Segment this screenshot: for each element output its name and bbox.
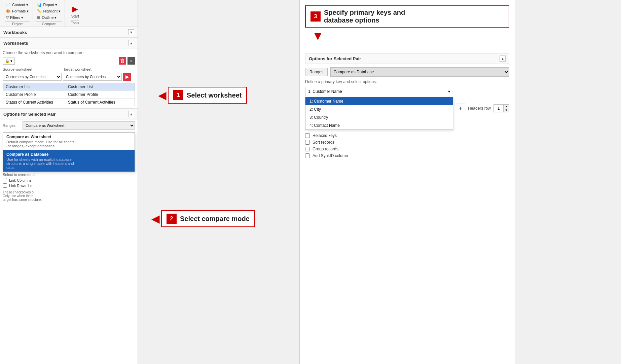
right-checkboxes: Relaxed keys Sort records Group records … — [305, 133, 509, 160]
group-records-row: Group records — [305, 147, 509, 151]
group-records-checkbox[interactable] — [305, 147, 310, 151]
sort-records-label: Sort records — [313, 140, 334, 145]
workbooks-section-header: Workbooks ▾ — [0, 27, 138, 38]
step1-box: 1 Select worksheet — [168, 87, 247, 104]
lock-icon: 🔒 — [5, 59, 10, 63]
worksheets-toolbar: 🔒 ▾ 🗑 » — [3, 57, 135, 65]
primary-key-dropdown[interactable]: 1: Customer Name ▾ — [305, 87, 453, 96]
headers-row-input[interactable] — [494, 106, 503, 111]
link-columns-checkbox[interactable] — [3, 178, 7, 182]
worksheets-section: Choose the worksheets you want to compar… — [0, 48, 138, 109]
step3-box: 3 Specify primary keys anddatabase optio… — [305, 5, 509, 28]
primary-key-chevron: ▾ — [448, 89, 450, 94]
add-synkid-row: Add SynkID column — [305, 153, 509, 158]
target-label: Target worksheet — [63, 67, 124, 71]
options-left-section: Ranges Compare as Worksheet Compare as W… — [0, 119, 138, 364]
options-note: These checkboxes oOnly use when the b...… — [3, 190, 135, 202]
target-worksheet-dropdown[interactable]: Customers by Countries — [63, 73, 122, 81]
spinner-up[interactable]: ▲ — [504, 105, 509, 108]
options-left-title: Options for Selected Pair — [3, 112, 56, 117]
center-area: ◀ 1 Select worksheet ◀ 2 Select compare … — [138, 0, 299, 364]
formats-icon: 🎨 — [6, 9, 11, 13]
link-columns-row: Link Columns — [3, 178, 135, 182]
workbooks-toggle[interactable]: ▾ — [128, 29, 134, 35]
delete-button[interactable]: 🗑 — [119, 57, 126, 65]
filters-button[interactable]: ▽ Filters ▾ — [5, 15, 30, 21]
step1-text: Select worksheet — [187, 92, 242, 99]
primary-key-container: 1: Customer Name ▾ 1: Customer Name 2: C… — [305, 87, 453, 130]
add-synkid-label: Add SynkID column — [313, 153, 348, 158]
toolbar: 📄 Content ▾ 🎨 Formats ▾ ▽ Filters ▾ Proj… — [0, 0, 138, 27]
add-key-button[interactable]: + — [456, 104, 465, 113]
relaxed-keys-checkbox[interactable] — [305, 133, 310, 138]
table-row[interactable]: Customer Profile Customer Profile — [3, 91, 135, 99]
source-cell: Status of Current Activities — [3, 99, 65, 106]
report-button[interactable]: 📊 Report ▾ — [36, 2, 62, 8]
headers-spinner: ▲ ▼ — [494, 104, 509, 112]
list-item[interactable]: 4: Contact Name — [305, 121, 453, 130]
list-item[interactable]: 3: Country — [305, 113, 453, 121]
options-mode-row: Ranges Compare as Worksheet — [3, 121, 135, 130]
column-labels: Source worksheet Target worksheet — [3, 67, 135, 71]
step2-box: 2 Select compare mode — [161, 210, 255, 227]
spinner-down[interactable]: ▼ — [504, 108, 509, 112]
toolbar-group-compare: 📊 Report ▾ ✏️ Highlight ▾ ☰ Outline ▾ Co… — [33, 1, 65, 27]
worksheets-title: Worksheets — [3, 41, 28, 46]
sort-records-checkbox[interactable] — [305, 140, 310, 145]
outline-button[interactable]: ☰ Outline ▾ — [36, 15, 62, 21]
options-left-header: Options for Selected Pair ▴ — [0, 109, 138, 119]
options-right-header: Options for Selected Pair ▴ — [305, 53, 509, 64]
workbooks-title: Workbooks — [3, 30, 27, 35]
options-left-toggle[interactable]: ▴ — [128, 111, 134, 117]
ranges-label-left: Ranges — [3, 123, 21, 128]
compare-database-option[interactable]: Compare as Database Use for sheets with … — [3, 150, 135, 172]
target-cell: Status of Current Activities — [65, 99, 127, 106]
primary-key-value: 1: Customer Name — [308, 89, 342, 94]
highlight-button[interactable]: ✏️ Highlight ▾ — [36, 8, 62, 14]
next-button[interactable]: » — [127, 57, 135, 65]
highlight-icon: ✏️ — [37, 9, 42, 13]
lock-button[interactable]: 🔒 ▾ — [3, 58, 15, 65]
target-cell: Customer Profile — [65, 91, 127, 98]
source-label: Source worksheet — [3, 67, 63, 71]
spinner-arrows: ▲ ▼ — [503, 105, 509, 112]
step2-arrow: ◀ — [151, 212, 160, 225]
start-icon: ▶ — [72, 5, 78, 13]
table-row[interactable]: Status of Current Activities Status of C… — [3, 99, 135, 106]
ranges-label-right: Ranges — [305, 68, 328, 76]
primary-key-list: 1: Customer Name 2: City 3: Country 4: C… — [305, 97, 453, 130]
source-worksheet-dropdown[interactable]: Customers by Countries — [3, 73, 62, 81]
source-cell: Customer Profile — [3, 91, 65, 98]
worksheets-instruction: Choose the worksheets you want to compar… — [3, 50, 135, 55]
step2-text: Select compare mode — [180, 215, 250, 223]
list-item[interactable]: 2: City — [305, 105, 453, 113]
add-synkid-checkbox[interactable] — [305, 153, 310, 158]
content-icon: 📄 — [6, 3, 11, 7]
link-rows-row: Link Rows 1 o — [3, 183, 135, 188]
content-button[interactable]: 📄 Content ▾ — [5, 2, 30, 8]
step3-text: Specify primary keys anddatabase options — [324, 9, 405, 24]
list-item[interactable]: 1: Customer Name — [305, 97, 453, 105]
compare-mode-dropdown[interactable]: Compare as Worksheet — [23, 121, 135, 130]
table-row[interactable]: Customer List Customer List — [3, 83, 135, 91]
step1-number: 1 — [173, 90, 183, 100]
target-cell: Customer List — [65, 83, 127, 90]
source-cell: Customer List — [3, 83, 65, 90]
tools-label: Tools — [71, 20, 79, 25]
link-rows-checkbox[interactable] — [3, 183, 7, 188]
ranges-compare-row: Ranges Compare as Database — [305, 67, 509, 77]
go-button[interactable]: ▶ — [123, 73, 131, 81]
toolbar-group-tools: ▶ Start Tools — [65, 1, 85, 27]
left-panel: 📄 Content ▾ 🎨 Formats ▾ ▽ Filters ▾ Proj… — [0, 0, 138, 364]
group-records-label: Group records — [313, 147, 338, 151]
link-columns-label: Link Columns — [9, 178, 32, 182]
compare-worksheet-option[interactable]: Compare as Worksheet Default compare mod… — [3, 133, 135, 150]
worksheet-list: Customer List Customer List Customer Pro… — [3, 83, 135, 106]
step3-number: 3 — [310, 11, 321, 22]
start-button[interactable]: ▶ Start — [69, 3, 82, 20]
worksheet-dropdown-row: Customers by Countries Customers by Coun… — [3, 73, 135, 81]
compare-as-database-dropdown[interactable]: Compare as Database — [330, 67, 509, 77]
worksheets-toggle[interactable]: ▴ — [128, 40, 134, 46]
formats-button[interactable]: 🎨 Formats ▾ — [5, 8, 30, 14]
options-right-toggle[interactable]: ▴ — [500, 56, 506, 62]
